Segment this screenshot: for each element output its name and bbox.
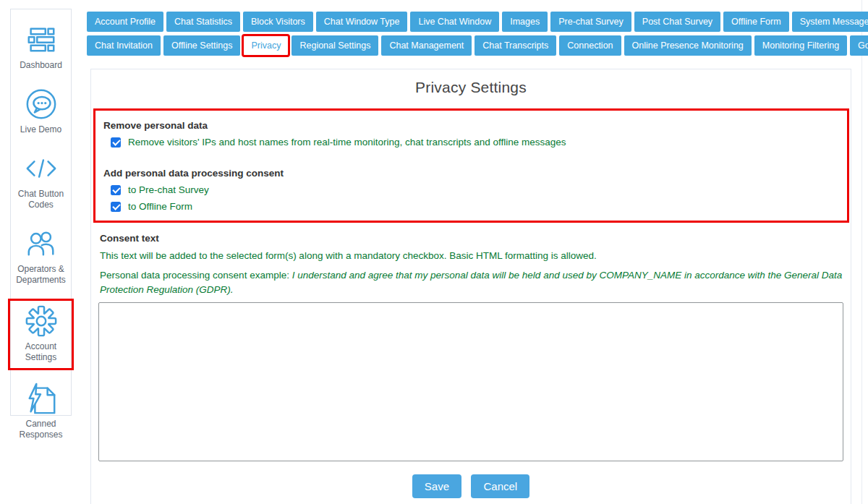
sidebar: Dashboard Live Demo Chat Button Codes: [10, 9, 72, 416]
consent-offline-form-option[interactable]: to Offline Form: [111, 201, 840, 212]
page-title: Privacy Settings: [98, 79, 843, 96]
sidebar-item-dashboard[interactable]: Dashboard: [11, 20, 71, 76]
consent-offline-form-label: to Offline Form: [128, 201, 192, 212]
sidebar-item-operators-departments[interactable]: Operators & Departments: [11, 223, 71, 291]
tab-row-1: Account Profile Chat Statistics Block Vi…: [87, 12, 861, 32]
tab-offline-settings[interactable]: Offline Settings: [163, 35, 241, 56]
tab-chat-statistics[interactable]: Chat Statistics: [166, 12, 240, 32]
consent-text-heading: Consent text: [100, 233, 843, 244]
tab-monitoring-filtering[interactable]: Monitoring Filtering: [754, 35, 847, 56]
tab-regional-settings[interactable]: Regional Settings: [292, 35, 378, 56]
sidebar-item-account-settings[interactable]: Account Settings: [8, 299, 74, 370]
tab-account-profile[interactable]: Account Profile: [87, 12, 163, 32]
remove-personal-data-heading: Remove personal data: [103, 120, 840, 131]
remove-ips-option-label: Remove visitors' IPs and host names from…: [128, 137, 566, 148]
main-area: Account Profile Chat Statistics Block Vi…: [87, 12, 861, 504]
sidebar-item-label: Chat Button Codes: [12, 189, 69, 210]
consent-textarea[interactable]: [98, 302, 843, 461]
sidebar-item-canned-responses[interactable]: Canned Responses: [11, 378, 71, 445]
tab-post-chat-survey[interactable]: Post Chat Survey: [634, 12, 720, 32]
tab-chat-window-type[interactable]: Chat Window Type: [316, 12, 408, 32]
page-right-divider: [861, 0, 862, 504]
tab-chat-invitation[interactable]: Chat Invitation: [87, 35, 161, 56]
consent-pre-chat-survey-option[interactable]: to Pre-chat Survey: [111, 184, 840, 195]
tab-images[interactable]: Images: [502, 12, 548, 32]
consent-pre-chat-survey-label: to Pre-chat Survey: [128, 184, 209, 195]
dashboard-icon: [25, 23, 58, 56]
tab-connection[interactable]: Connection: [559, 35, 621, 56]
tab-google-analytics[interactable]: Google Analytics: [850, 35, 868, 56]
cancel-button[interactable]: Cancel: [471, 474, 529, 498]
sidebar-item-label: Dashboard: [20, 60, 62, 71]
consent-text-description: This text will be added to the selected …: [100, 249, 843, 263]
chat-bubble-circle-icon: [25, 87, 58, 121]
sidebar-item-live-demo[interactable]: Live Demo: [11, 84, 71, 140]
privacy-settings-panel: Privacy Settings Remove personal data Re…: [90, 69, 851, 504]
checkbox-checked-icon[interactable]: [111, 137, 121, 148]
gear-icon: [25, 304, 58, 338]
add-consent-heading: Add personal data processing consent: [103, 168, 840, 179]
sidebar-item-label: Operators & Departments: [12, 264, 69, 286]
checkbox-checked-icon[interactable]: [111, 185, 121, 195]
tab-pre-chat-survey[interactable]: Pre-chat Survey: [550, 12, 631, 32]
people-icon: [25, 227, 58, 260]
tab-offline-form[interactable]: Offline Form: [723, 12, 789, 32]
checkbox-checked-icon[interactable]: [111, 202, 121, 212]
save-button[interactable]: Save: [412, 474, 461, 498]
tab-row-2: Chat Invitation Offline Settings Privacy…: [87, 35, 861, 56]
tab-online-presence-monitoring[interactable]: Online Presence Monitoring: [624, 35, 752, 56]
tab-block-visitors[interactable]: Block Visitors: [243, 12, 313, 32]
tab-chat-management[interactable]: Chat Management: [381, 35, 472, 56]
sidebar-item-label: Canned Responses: [12, 419, 69, 440]
sidebar-item-label: Account Settings: [14, 341, 67, 363]
remove-ips-option[interactable]: Remove visitors' IPs and host names from…: [111, 137, 840, 148]
consent-example-prefix: Personal data processing consent example…: [100, 270, 292, 281]
personal-data-section: Remove personal data Remove visitors' IP…: [93, 108, 849, 223]
tab-privacy[interactable]: Privacy: [243, 35, 289, 56]
tab-system-messages[interactable]: System Messages: [792, 12, 868, 32]
consent-text-example: Personal data processing consent example…: [100, 268, 843, 297]
tab-live-chat-window[interactable]: Live Chat Window: [410, 12, 499, 32]
sidebar-item-label: Live Demo: [20, 124, 61, 135]
code-brackets-icon: [25, 152, 58, 185]
button-row: Save Cancel: [98, 474, 843, 498]
lightning-document-icon: [25, 382, 58, 415]
tab-chat-transcripts[interactable]: Chat Transcripts: [475, 35, 556, 56]
sidebar-item-chat-button-codes[interactable]: Chat Button Codes: [11, 148, 71, 215]
